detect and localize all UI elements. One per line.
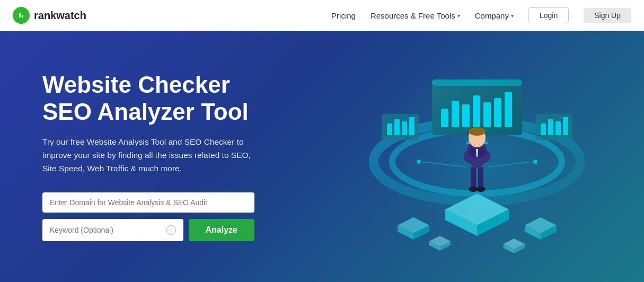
svg-rect-24	[452, 101, 459, 127]
svg-rect-44	[394, 119, 400, 135]
svg-point-37	[469, 127, 486, 136]
navbar: rankwatch Pricing Resources & Free Tools…	[0, 0, 644, 31]
svg-rect-26	[473, 95, 480, 127]
hero-title: Website Checker SEO Analyzer Tool	[42, 72, 350, 125]
svg-rect-1	[19, 13, 21, 17]
svg-rect-23	[441, 109, 448, 127]
hero-section: Website Checker SEO Analyzer Tool Try ou…	[0, 31, 644, 282]
svg-rect-43	[387, 124, 392, 135]
analyze-button[interactable]: Analyze	[189, 219, 254, 241]
svg-rect-22	[432, 80, 522, 86]
svg-point-53	[533, 160, 537, 164]
keyword-row: i Analyze	[42, 219, 254, 241]
svg-point-41	[476, 187, 486, 192]
domain-input[interactable]	[50, 198, 247, 207]
nav-company[interactable]: Company ▾	[475, 11, 514, 20]
hero-illustration	[350, 31, 604, 282]
svg-rect-27	[483, 102, 491, 127]
svg-rect-25	[462, 104, 470, 127]
nav-resources[interactable]: Resources & Free Tools ▾	[370, 11, 460, 20]
hero-description: Try our free Website Analysis Tool and S…	[42, 136, 265, 175]
logo-text: rankwatch	[34, 10, 86, 22]
svg-point-0	[17, 11, 25, 20]
hero-content: Website Checker SEO Analyzer Tool Try ou…	[42, 72, 350, 241]
keyword-input-wrapper: i	[42, 219, 183, 241]
svg-rect-45	[402, 121, 407, 135]
svg-rect-28	[494, 98, 501, 127]
svg-point-52	[417, 160, 421, 164]
seo-illustration	[350, 45, 604, 268]
svg-rect-46	[409, 117, 414, 135]
svg-rect-39	[478, 167, 483, 188]
nav-links: Pricing Resources & Free Tools ▾ Company…	[331, 7, 631, 23]
chevron-down-icon: ▾	[457, 13, 460, 19]
keyword-input[interactable]	[50, 226, 166, 234]
login-button[interactable]: Login	[528, 7, 569, 23]
chevron-down-icon: ▾	[511, 13, 514, 19]
svg-rect-2	[22, 15, 23, 17]
logo-icon	[13, 7, 30, 24]
svg-rect-38	[471, 167, 476, 188]
logo-area: rankwatch	[13, 7, 86, 24]
svg-rect-51	[563, 117, 568, 135]
svg-rect-29	[505, 92, 512, 127]
svg-rect-50	[555, 121, 561, 135]
svg-rect-48	[541, 124, 546, 135]
info-icon[interactable]: i	[166, 225, 176, 235]
nav-pricing[interactable]: Pricing	[331, 11, 356, 20]
svg-rect-49	[548, 119, 553, 135]
signup-button[interactable]: Sign Up	[584, 8, 631, 23]
domain-input-wrapper	[42, 192, 254, 213]
